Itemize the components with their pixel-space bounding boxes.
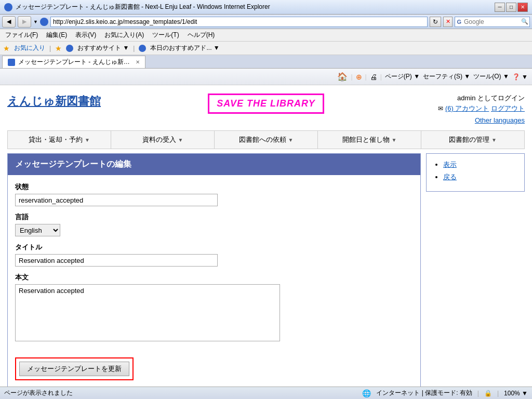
search-button[interactable]: 🔍: [520, 17, 529, 26]
help-menu[interactable]: ❓ ▼: [512, 73, 528, 81]
sidebar-box: 表示 戻る: [426, 153, 525, 192]
menu-help[interactable]: ヘルプ(H): [184, 30, 218, 41]
save-the-library-banner: SAVE THE LIBRARY: [208, 94, 324, 114]
menu-edit[interactable]: 編集(E): [43, 30, 70, 41]
back-button[interactable]: ◀: [2, 16, 16, 28]
form-area: メッセージテンプレートの編集 状態 言語 English Japanese: [7, 153, 421, 388]
nav-arrow-4: ▼: [491, 137, 497, 143]
refresh-button[interactable]: ↻: [430, 17, 441, 27]
separator: |: [49, 45, 51, 52]
status-field: 状態: [15, 182, 413, 206]
show-link[interactable]: 表示: [443, 161, 457, 168]
separator3: |: [351, 73, 352, 81]
title-label: タイトル: [15, 243, 413, 252]
forward-button[interactable]: ▶: [18, 16, 31, 28]
active-tab[interactable]: メッセージテンプレート - えんじゅ新図書館 - ... ✕: [2, 56, 145, 68]
sidebar: 表示 戻る: [426, 153, 525, 388]
status-text: ページが表示されました: [4, 389, 358, 397]
logout-link[interactable]: ログアウト: [491, 104, 525, 112]
zone-label: インターネット | 保護モード: 有効: [376, 389, 472, 397]
window-controls: ─ □ ✕: [495, 3, 528, 12]
update-button[interactable]: メッセージテンプレートを更新: [19, 362, 129, 376]
main-content: えんじゅ新図書館 SAVE THE LIBRARY admin としてログイン …: [0, 85, 532, 399]
dropdown-arrow[interactable]: ▼: [33, 19, 38, 24]
update-btn-wrap: メッセージテンプレートを更新: [15, 357, 134, 380]
sidebar-item-show: 表示: [443, 160, 517, 169]
content-area: メッセージテンプレートの編集 状態 言語 English Japanese: [7, 153, 525, 388]
todays-recommend[interactable]: 本日のおすすめアド... ▼: [150, 44, 219, 52]
account-row: ✉ (6) アカウント ログアウト: [431, 104, 525, 113]
account-link[interactable]: (6) アカウント: [445, 104, 489, 112]
separator2: |: [133, 45, 135, 52]
menu-file[interactable]: ファイル(F): [2, 30, 41, 41]
favorites-link[interactable]: お気に入り: [14, 44, 45, 52]
fav-icon2: [139, 45, 146, 52]
address-bar: ◀ ▶ ▼ ↻ ✕ G 🔍: [0, 15, 532, 29]
command-bar: 🏠 | ⊕ | 🖨 | ページ(P) ▼ セーフティ(S) ▼ ツール(O) ▼…: [0, 69, 532, 85]
recommended-sites[interactable]: おすすめサイト ▼: [77, 44, 129, 52]
recommended-icon: [66, 45, 73, 52]
page-menu[interactable]: ページ(P) ▼: [385, 72, 420, 81]
site-header: えんじゅ新図書館 SAVE THE LIBRARY admin としてログイン …: [7, 89, 525, 126]
tab-close-icon[interactable]: ✕: [136, 59, 140, 65]
status-label: 状態: [15, 182, 413, 192]
tab-bar: メッセージテンプレート - えんじゅ新図書館 - ... ✕: [0, 55, 532, 69]
minimize-button[interactable]: ─: [495, 3, 505, 12]
menu-view[interactable]: 表示(V): [72, 30, 99, 41]
print-icon[interactable]: 🖨: [370, 73, 377, 81]
site-title[interactable]: えんじゅ新図書館: [7, 95, 101, 108]
separator-status2: |: [497, 390, 499, 397]
window-title: メッセージテンプレート - えんじゅ新図書館 - Next-L Enju Lea…: [16, 3, 495, 11]
status-input[interactable]: [15, 194, 218, 206]
close-button[interactable]: ✕: [517, 3, 528, 12]
title-field: タイトル: [15, 243, 413, 267]
title-input[interactable]: [15, 254, 218, 267]
language-select[interactable]: English Japanese: [15, 224, 60, 236]
envelope-icon: ✉: [438, 105, 443, 112]
search-box-wrap: G 🔍: [455, 17, 530, 27]
ie-favicon: [40, 18, 48, 26]
rss-icon[interactable]: ⊕: [356, 73, 362, 81]
safety-menu[interactable]: セーフティ(S) ▼: [423, 72, 470, 81]
nav-arrow-2: ▼: [288, 137, 294, 143]
body-textarea[interactable]: Reservation accepted: [15, 284, 280, 341]
back-link[interactable]: 戻る: [443, 173, 457, 181]
form-title: メッセージテンプレートの編集: [8, 154, 420, 175]
nav-item-events[interactable]: 開館日と催し物 ▼: [318, 131, 421, 149]
menu-favorites[interactable]: お気に入り(A): [101, 30, 147, 41]
globe-icon: 🌐: [362, 389, 371, 397]
sidebar-item-back: 戻る: [443, 172, 517, 182]
nav-item-acquisition[interactable]: 資料の受入 ▼: [111, 131, 215, 149]
other-languages-link[interactable]: Other languages: [475, 116, 525, 124]
tab-favicon: [8, 59, 15, 66]
nav-item-management[interactable]: 図書館の管理 ▼: [421, 131, 524, 149]
body-label: 本文: [15, 273, 413, 282]
nav-item-lending[interactable]: 貸出・返却・予約 ▼: [8, 131, 111, 149]
favorites-star: ★: [3, 44, 10, 52]
zoom-level[interactable]: 100% ▼: [504, 390, 528, 397]
home-icon[interactable]: 🏠: [337, 72, 348, 82]
other-languages-row: Other languages: [431, 116, 525, 124]
stop-button[interactable]: ✕: [443, 17, 453, 27]
maximize-button[interactable]: □: [506, 3, 516, 12]
form-body: 状態 言語 English Japanese タイトル: [8, 175, 420, 388]
nav-item-request[interactable]: 図書館への依頼 ▼: [215, 131, 318, 149]
sidebar-list: 表示 戻る: [434, 160, 517, 182]
menu-tools[interactable]: ツール(T): [149, 30, 182, 41]
fav-icon1: ★: [55, 44, 62, 52]
favorites-bar: ★ お気に入り | ★ おすすめサイト ▼ | 本日のおすすめアド... ▼: [0, 42, 532, 55]
tools-menu[interactable]: ツール(O) ▼: [473, 72, 509, 81]
title-bar: メッセージテンプレート - えんじゅ新図書館 - Next-L Enju Lea…: [0, 0, 532, 15]
header-center: SAVE THE LIBRARY: [101, 94, 431, 114]
status-right: 🌐 インターネット | 保護モード: 有効 | 🔒 | 100% ▼: [362, 389, 528, 397]
separator-status: |: [477, 390, 479, 397]
nav-arrow-1: ▼: [178, 137, 183, 143]
search-input[interactable]: [463, 17, 520, 26]
url-input[interactable]: [50, 17, 428, 27]
nav-arrow-0: ▼: [85, 137, 90, 143]
nav-arrow-3: ▼: [392, 137, 397, 143]
search-logo: G: [455, 19, 463, 25]
ie-logo: [4, 3, 12, 11]
separator4: |: [365, 73, 367, 81]
header-right: admin としてログイン ✉ (6) アカウント ログアウト Other la…: [431, 94, 525, 124]
